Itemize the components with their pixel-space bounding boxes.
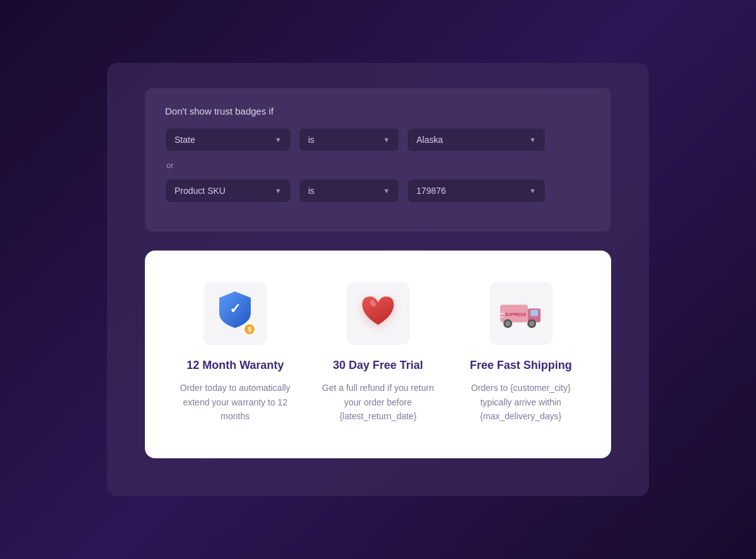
outer-card: Don't show trust badges if State ▼ is ▼ …	[107, 63, 649, 495]
badge-shipping: EXPRESS Free Fast Shipping Orders to {cu…	[455, 282, 586, 423]
truck-shipping-icon: EXPRESS	[490, 282, 553, 345]
svg-text:✓: ✓	[229, 301, 241, 317]
field-dropdown-1[interactable]: State ▼	[165, 128, 291, 152]
condition-row-1: State ▼ is ▼ Alaska ▼	[165, 128, 591, 152]
value-dropdown-1-label: Alaska	[416, 135, 443, 145]
operator-dropdown-2-label: is	[308, 186, 314, 196]
warranty-title: 12 Month Waranty	[186, 359, 284, 372]
svg-point-6	[505, 321, 510, 326]
shipping-desc: Orders to {customer_city} typically arri…	[455, 381, 586, 423]
value-dropdown-1[interactable]: Alaska ▼	[407, 128, 546, 152]
badges-grid: ✓ $ 12 Month Waranty Order today to auto…	[170, 282, 586, 423]
value-dropdown-2[interactable]: 179876 ▼	[407, 179, 546, 203]
shipping-title: Free Fast Shipping	[470, 359, 572, 372]
operator-dropdown-1[interactable]: is ▼	[299, 128, 399, 152]
chevron-down-icon: ▼	[275, 136, 282, 144]
trial-desc: Get a full refund if you return your ord…	[313, 381, 444, 423]
preview-card: ✓ $ 12 Month Waranty Order today to auto…	[145, 251, 611, 458]
trial-title: 30 Day Free Trial	[333, 359, 423, 372]
operator-dropdown-2[interactable]: is ▼	[299, 179, 399, 203]
badge-trial: 30 Day Free Trial Get a full refund if y…	[313, 282, 444, 423]
condition-panel: Don't show trust badges if State ▼ is ▼ …	[145, 88, 611, 232]
svg-point-8	[529, 321, 534, 326]
field-dropdown-2-label: Product SKU	[175, 186, 226, 196]
chevron-down-icon: ▼	[529, 187, 536, 195]
shield-warranty-icon: ✓ $	[203, 282, 266, 345]
field-dropdown-2[interactable]: Product SKU ▼	[165, 179, 291, 203]
warranty-desc: Order today to automatically extend your…	[170, 381, 301, 423]
condition-row-2: Product SKU ▼ is ▼ 179876 ▼	[165, 179, 591, 203]
badge-warranty: ✓ $ 12 Month Waranty Order today to auto…	[170, 282, 301, 423]
condition-or-label: or	[165, 161, 591, 170]
field-dropdown-1-label: State	[175, 135, 195, 145]
chevron-down-icon: ▼	[383, 136, 390, 144]
chevron-down-icon: ▼	[383, 187, 390, 195]
condition-title: Don't show trust badges if	[165, 106, 591, 116]
operator-dropdown-1-label: is	[308, 135, 314, 145]
chevron-down-icon: ▼	[275, 187, 282, 195]
svg-text:EXPRESS: EXPRESS	[505, 312, 526, 317]
heart-trial-icon	[346, 282, 410, 345]
chevron-down-icon: ▼	[529, 136, 536, 144]
value-dropdown-2-label: 179876	[416, 186, 446, 196]
svg-rect-4	[530, 310, 538, 316]
